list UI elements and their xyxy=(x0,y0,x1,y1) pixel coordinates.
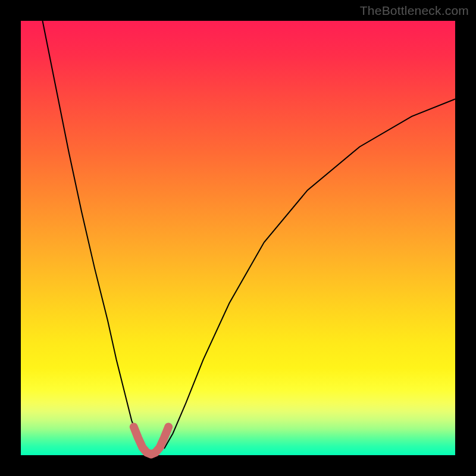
plot-area xyxy=(21,21,455,455)
curve-right-branch xyxy=(164,99,455,449)
curve-left-branch xyxy=(43,21,143,449)
valley-highlight xyxy=(134,427,168,455)
watermark-text: TheBottleneck.com xyxy=(360,4,469,18)
chart-svg xyxy=(21,21,455,455)
chart-frame: TheBottleneck.com xyxy=(0,0,476,476)
